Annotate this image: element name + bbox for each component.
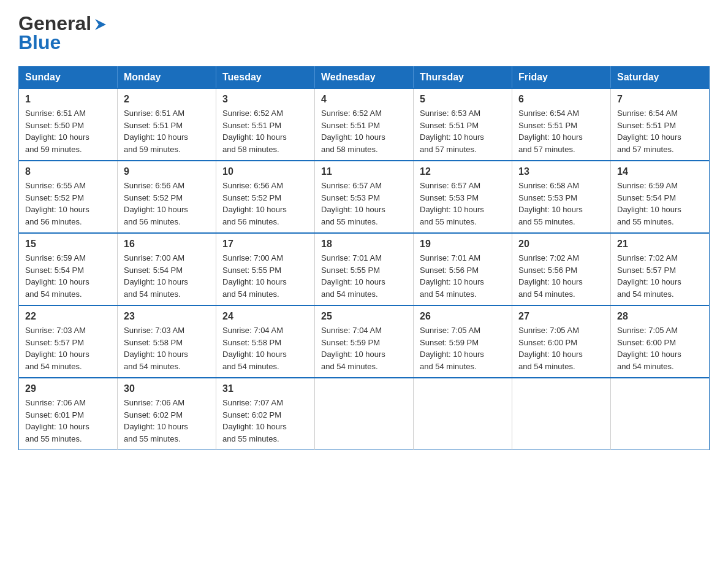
day-number: 31: [222, 383, 308, 394]
day-info: Sunrise: 7:01 AMSunset: 5:55 PMDaylight:…: [321, 252, 407, 300]
calendar-day-cell: 5Sunrise: 6:53 AMSunset: 5:51 PMDaylight…: [414, 88, 512, 161]
day-number: 24: [222, 311, 308, 322]
calendar-day-cell: 27Sunrise: 7:05 AMSunset: 6:00 PMDayligh…: [512, 305, 611, 378]
day-info: Sunrise: 7:00 AMSunset: 5:54 PMDaylight:…: [124, 252, 210, 300]
day-number: 23: [124, 311, 210, 322]
day-number: 7: [617, 94, 703, 105]
day-info: Sunrise: 6:52 AMSunset: 5:51 PMDaylight:…: [321, 107, 407, 155]
weekday-header-friday: Friday: [512, 67, 611, 89]
day-info: Sunrise: 6:51 AMSunset: 5:50 PMDaylight:…: [25, 107, 111, 155]
calendar-day-cell: 28Sunrise: 7:05 AMSunset: 6:00 PMDayligh…: [611, 305, 710, 378]
day-info: Sunrise: 6:59 AMSunset: 5:54 PMDaylight:…: [617, 180, 703, 228]
day-info: Sunrise: 6:57 AMSunset: 5:53 PMDaylight:…: [321, 180, 407, 228]
calendar-week-row: 1Sunrise: 6:51 AMSunset: 5:50 PMDaylight…: [19, 88, 710, 161]
day-info: Sunrise: 7:04 AMSunset: 5:59 PMDaylight:…: [321, 324, 407, 372]
calendar-day-cell: 16Sunrise: 7:00 AMSunset: 5:54 PMDayligh…: [118, 233, 216, 305]
calendar-day-cell: 2Sunrise: 6:51 AMSunset: 5:51 PMDaylight…: [118, 88, 216, 161]
calendar-day-cell: 14Sunrise: 6:59 AMSunset: 5:54 PMDayligh…: [611, 161, 710, 233]
calendar-day-cell: 4Sunrise: 6:52 AMSunset: 5:51 PMDaylight…: [315, 88, 414, 161]
page-header: General Blue: [18, 12, 710, 54]
weekday-header-monday: Monday: [118, 67, 216, 89]
day-info: Sunrise: 7:00 AMSunset: 5:55 PMDaylight:…: [222, 252, 308, 300]
calendar-day-cell: 13Sunrise: 6:58 AMSunset: 5:53 PMDayligh…: [512, 161, 611, 233]
calendar-day-cell: 6Sunrise: 6:54 AMSunset: 5:51 PMDaylight…: [512, 88, 611, 161]
day-number: 8: [25, 166, 111, 177]
weekday-header-tuesday: Tuesday: [216, 67, 315, 89]
day-info: Sunrise: 7:06 AMSunset: 6:02 PMDaylight:…: [124, 397, 210, 445]
day-number: 28: [617, 311, 703, 322]
day-number: 4: [321, 94, 407, 105]
logo-blue-text: Blue: [18, 31, 61, 54]
day-info: Sunrise: 6:58 AMSunset: 5:53 PMDaylight:…: [518, 180, 604, 228]
day-number: 27: [518, 311, 604, 322]
day-info: Sunrise: 6:52 AMSunset: 5:51 PMDaylight:…: [222, 107, 308, 155]
day-number: 13: [518, 166, 604, 177]
day-number: 1: [25, 94, 111, 105]
calendar-day-cell: 30Sunrise: 7:06 AMSunset: 6:02 PMDayligh…: [118, 378, 216, 450]
day-info: Sunrise: 7:03 AMSunset: 5:57 PMDaylight:…: [25, 324, 111, 372]
calendar-day-cell: 21Sunrise: 7:02 AMSunset: 5:57 PMDayligh…: [611, 233, 710, 305]
day-number: 18: [321, 239, 407, 250]
calendar-day-cell: 20Sunrise: 7:02 AMSunset: 5:56 PMDayligh…: [512, 233, 611, 305]
day-info: Sunrise: 7:02 AMSunset: 5:57 PMDaylight:…: [617, 252, 703, 300]
day-number: 15: [25, 239, 111, 250]
day-number: 21: [617, 239, 703, 250]
calendar-day-cell: 23Sunrise: 7:03 AMSunset: 5:58 PMDayligh…: [118, 305, 216, 378]
calendar-day-cell: 11Sunrise: 6:57 AMSunset: 5:53 PMDayligh…: [315, 161, 414, 233]
calendar-day-cell: 18Sunrise: 7:01 AMSunset: 5:55 PMDayligh…: [315, 233, 414, 305]
logo: General Blue: [18, 12, 108, 54]
calendar-table: SundayMondayTuesdayWednesdayThursdayFrid…: [18, 66, 710, 450]
day-number: 30: [124, 383, 210, 394]
day-number: 6: [518, 94, 604, 105]
day-number: 9: [124, 166, 210, 177]
calendar-day-cell: 1Sunrise: 6:51 AMSunset: 5:50 PMDaylight…: [19, 88, 118, 161]
day-number: 5: [420, 94, 506, 105]
logo-arrow-icon: [93, 17, 108, 33]
weekday-header-sunday: Sunday: [19, 67, 118, 89]
day-info: Sunrise: 6:57 AMSunset: 5:53 PMDaylight:…: [420, 180, 506, 228]
day-number: 19: [420, 239, 506, 250]
calendar-day-cell: 29Sunrise: 7:06 AMSunset: 6:01 PMDayligh…: [19, 378, 118, 450]
day-info: Sunrise: 6:59 AMSunset: 5:54 PMDaylight:…: [25, 252, 111, 300]
weekday-header-wednesday: Wednesday: [315, 67, 414, 89]
calendar-day-cell: 9Sunrise: 6:56 AMSunset: 5:52 PMDaylight…: [118, 161, 216, 233]
calendar-day-cell: 3Sunrise: 6:52 AMSunset: 5:51 PMDaylight…: [216, 88, 315, 161]
calendar-day-cell: 19Sunrise: 7:01 AMSunset: 5:56 PMDayligh…: [414, 233, 512, 305]
calendar-day-cell: 31Sunrise: 7:07 AMSunset: 6:02 PMDayligh…: [216, 378, 315, 450]
day-info: Sunrise: 7:05 AMSunset: 5:59 PMDaylight:…: [420, 324, 506, 372]
calendar-day-cell: [414, 378, 512, 450]
calendar-day-cell: 8Sunrise: 6:55 AMSunset: 5:52 PMDaylight…: [19, 161, 118, 233]
day-number: 14: [617, 166, 703, 177]
calendar-day-cell: [315, 378, 414, 450]
calendar-day-cell: 7Sunrise: 6:54 AMSunset: 5:51 PMDaylight…: [611, 88, 710, 161]
day-number: 17: [222, 239, 308, 250]
calendar-week-row: 8Sunrise: 6:55 AMSunset: 5:52 PMDaylight…: [19, 161, 710, 233]
weekday-header-thursday: Thursday: [414, 67, 512, 89]
calendar-day-cell: 17Sunrise: 7:00 AMSunset: 5:55 PMDayligh…: [216, 233, 315, 305]
day-info: Sunrise: 6:53 AMSunset: 5:51 PMDaylight:…: [420, 107, 506, 155]
calendar-day-cell: 22Sunrise: 7:03 AMSunset: 5:57 PMDayligh…: [19, 305, 118, 378]
day-number: 29: [25, 383, 111, 394]
calendar-week-row: 22Sunrise: 7:03 AMSunset: 5:57 PMDayligh…: [19, 305, 710, 378]
calendar-day-cell: 10Sunrise: 6:56 AMSunset: 5:52 PMDayligh…: [216, 161, 315, 233]
day-info: Sunrise: 7:01 AMSunset: 5:56 PMDaylight:…: [420, 252, 506, 300]
day-number: 12: [420, 166, 506, 177]
day-number: 26: [420, 311, 506, 322]
calendar-week-row: 29Sunrise: 7:06 AMSunset: 6:01 PMDayligh…: [19, 378, 710, 450]
weekday-header-saturday: Saturday: [611, 67, 710, 89]
day-info: Sunrise: 7:05 AMSunset: 6:00 PMDaylight:…: [518, 324, 604, 372]
day-number: 10: [222, 166, 308, 177]
day-info: Sunrise: 7:05 AMSunset: 6:00 PMDaylight:…: [617, 324, 703, 372]
weekday-header-row: SundayMondayTuesdayWednesdayThursdayFrid…: [19, 67, 710, 89]
day-number: 20: [518, 239, 604, 250]
day-info: Sunrise: 7:07 AMSunset: 6:02 PMDaylight:…: [222, 397, 308, 445]
calendar-day-cell: 24Sunrise: 7:04 AMSunset: 5:58 PMDayligh…: [216, 305, 315, 378]
calendar-day-cell: 15Sunrise: 6:59 AMSunset: 5:54 PMDayligh…: [19, 233, 118, 305]
day-number: 11: [321, 166, 407, 177]
day-info: Sunrise: 7:04 AMSunset: 5:58 PMDaylight:…: [222, 324, 308, 372]
calendar-day-cell: 26Sunrise: 7:05 AMSunset: 5:59 PMDayligh…: [414, 305, 512, 378]
day-number: 2: [124, 94, 210, 105]
day-number: 25: [321, 311, 407, 322]
day-number: 16: [124, 239, 210, 250]
day-info: Sunrise: 7:02 AMSunset: 5:56 PMDaylight:…: [518, 252, 604, 300]
